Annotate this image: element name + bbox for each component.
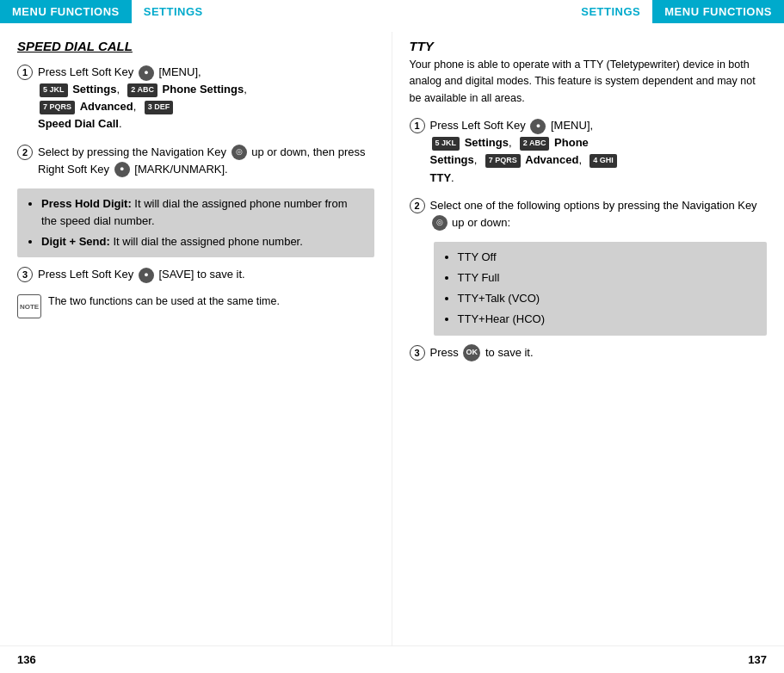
highlight-item-2: Digit + Send: It will dial the assigned … xyxy=(41,233,366,250)
highlight-box-left: Press Hold Digit: It will dial the assig… xyxy=(17,188,374,257)
step-content-3-left: Press Left Soft Key ● [SAVE] to save it. xyxy=(38,266,374,283)
highlight-item-1: Press Hold Digit: It will dial the assig… xyxy=(41,195,366,230)
step-circle-3-left: 3 xyxy=(17,267,33,282)
note-icon: NOTE xyxy=(17,294,41,318)
left-soft-key-icon-3: ● xyxy=(139,268,154,283)
nav-key-icon-2-left: ◎ xyxy=(231,145,247,160)
page-header: MENU FUNCTIONS SETTINGS SETTINGS MENU FU… xyxy=(0,0,784,23)
badge-2-abc-r1: 2 ABC xyxy=(520,137,550,151)
step-circle-2-right: 2 xyxy=(410,198,425,213)
right-panel: TTY Your phone is able to operate with a… xyxy=(392,32,785,645)
tty-description: Your phone is able to operate with a TTY… xyxy=(410,57,768,107)
tty-options-list: TTY Off TTY Full TTY+Talk (VCO) TTY+Hear… xyxy=(442,249,759,329)
tty-option-hear: TTY+Hear (HCO) xyxy=(458,311,759,328)
step-content-3-right: Press OK to save it. xyxy=(430,344,768,362)
step-1-right: 1 Press Left Soft Key ● [MENU], 5 JKL Se… xyxy=(410,117,768,187)
badge-3-def-1: 3 DEF xyxy=(145,101,174,114)
header-right: SETTINGS MENU FUNCTIONS xyxy=(392,0,785,23)
settings-label-left: SETTINGS xyxy=(132,0,215,23)
left-soft-key-icon-1: ● xyxy=(139,65,154,81)
step-circle-2-left: 2 xyxy=(17,145,33,160)
left-soft-key-icon-r1: ● xyxy=(530,119,546,134)
step-circle-1-right: 1 xyxy=(410,118,425,133)
page-footer: 136 137 xyxy=(0,645,784,673)
badge-7-pqrs-1: 7 PQRS xyxy=(40,101,75,114)
ok-key-icon: OK xyxy=(463,344,480,361)
badge-7-pqrs-r1: 7 PQRS xyxy=(485,154,521,168)
menu-functions-badge-right: MENU FUNCTIONS xyxy=(652,0,784,23)
step-content-2-right: Select one of the following options by p… xyxy=(430,197,768,232)
menu-functions-badge-left: MENU FUNCTIONS xyxy=(0,0,132,23)
step-1-left: 1 Press Left Soft Key ● [MENU], 5 JKL Se… xyxy=(17,64,374,133)
step-2-left: 2 Select by pressing the Navigation Key … xyxy=(17,144,374,178)
tty-option-full: TTY Full xyxy=(458,269,759,287)
main-content: SPEED DIAL CALL 1 Press Left Soft Key ● … xyxy=(0,23,784,645)
tty-option-talk: TTY+Talk (VCO) xyxy=(458,290,759,307)
step-content-1-right: Press Left Soft Key ● [MENU], 5 JKL Sett… xyxy=(430,117,768,187)
section-title-tty: TTY xyxy=(410,39,768,53)
step-3-right: 3 Press OK to save it. xyxy=(410,344,768,362)
step-content-2-left: Select by pressing the Navigation Key ◎ … xyxy=(38,144,374,178)
page-number-left: 136 xyxy=(17,653,392,666)
badge-2-abc-1: 2 ABC xyxy=(127,83,157,97)
step-3-left: 3 Press Left Soft Key ● [SAVE] to save i… xyxy=(17,266,374,283)
step-circle-1-left: 1 xyxy=(17,65,33,80)
badge-5-jkl-r1: 5 JKL xyxy=(432,137,460,151)
step-circle-3-right: 3 xyxy=(410,345,425,361)
note-text: The two functions can be used at the sam… xyxy=(48,293,374,310)
section-title-speed-dial: SPEED DIAL CALL xyxy=(17,39,374,53)
nav-key-icon-r2: ◎ xyxy=(432,215,448,231)
tty-option-off: TTY Off xyxy=(458,249,759,266)
badge-4-ghi-r1: 4 GHI xyxy=(590,154,617,168)
step-content-1-left: Press Left Soft Key ● [MENU], 5 JKL Sett… xyxy=(38,64,374,133)
step-2-right: 2 Select one of the following options by… xyxy=(410,197,768,232)
right-soft-key-icon-2: ● xyxy=(114,162,130,177)
tty-options-box: TTY Off TTY Full TTY+Talk (VCO) TTY+Hear… xyxy=(434,242,768,336)
badge-5-jkl-1: 5 JKL xyxy=(40,83,68,97)
page-number-right: 137 xyxy=(392,653,768,666)
note-row: NOTE The two functions can be used at th… xyxy=(17,293,374,318)
left-panel: SPEED DIAL CALL 1 Press Left Soft Key ● … xyxy=(0,32,392,645)
header-left: MENU FUNCTIONS SETTINGS xyxy=(0,0,392,23)
settings-label-right: SETTINGS xyxy=(569,0,652,23)
